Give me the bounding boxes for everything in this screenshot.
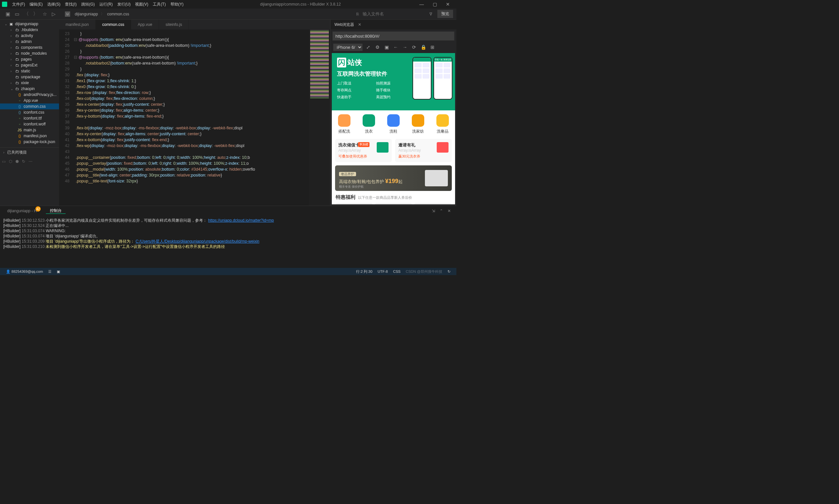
bug-icon[interactable]: ⬡ [9, 159, 12, 164]
menu-item[interactable]: 编辑(E) [27, 2, 45, 7]
breadcrumb-file[interactable]: common.css [105, 12, 132, 16]
console-export-icon[interactable]: ⇲ [429, 209, 438, 213]
status-language[interactable]: CSS [391, 270, 403, 273]
status-encoding[interactable]: UTF-8 [375, 270, 391, 273]
debug-icon[interactable]: ⬢ [15, 159, 19, 164]
closed-projects[interactable]: › 已关闭项目 [0, 147, 59, 157]
tree-item[interactable]: {}common.css [0, 104, 59, 109]
menu-item[interactable]: 文件(F) [10, 2, 27, 7]
sidebar-toggle-icon[interactable]: ▣ [3, 10, 13, 19]
menu-item[interactable]: 视图(V) [133, 2, 151, 7]
tree-item[interactable]: {}androidPrivacy.js... [0, 92, 59, 97]
status-icon-2[interactable]: ▣ [54, 270, 63, 274]
status-user[interactable]: 👤 88254369@qq.com [3, 270, 46, 274]
tree-item[interactable]: 🗀unpackage [0, 74, 59, 80]
breadcrumb-project[interactable]: dijianguniapp [72, 12, 101, 16]
tree-item[interactable]: ▫App.vue [0, 97, 59, 104]
console-output[interactable]: [HBuilder] 15:30:12.523 小程序各家浏览器内核及自定义组件… [0, 216, 456, 268]
tree-item[interactable]: ›🗀static [0, 68, 59, 74]
tree-item[interactable]: ⌄🗀zhaopin [0, 86, 59, 92]
close-button[interactable]: ✕ [441, 2, 455, 7]
preview-viewport[interactable]: 闪站侠 互联网洗衣管理软件 上门取送拍照溯源水洗打印寄存网点骑手模块会员营销快递… [332, 53, 455, 204]
pv-service[interactable]: 洗衣 [356, 114, 381, 134]
editor-tab[interactable]: manifest.json [59, 20, 96, 30]
tree-item[interactable]: ›🗀.hbuilderx [0, 27, 59, 33]
menubar: 文件(F)编辑(E)选择(S)查找(I)跳转(G)运行(R)发行(U)视图(V)… [0, 0, 456, 8]
status-icon-1[interactable]: ☰ [46, 270, 54, 274]
inspect-icon[interactable]: ▣ [383, 44, 390, 50]
tree-item[interactable]: ▫iconfont.woff [0, 121, 59, 127]
chevron-icon: › [11, 28, 14, 32]
tree-item[interactable]: {}manifest.json [0, 133, 59, 139]
status-cursor[interactable]: 行:2 列:30 [354, 269, 375, 274]
pv-promo[interactable]: 奢品养护 高端衣物/鞋靴/包包养护 ¥199起 顺丰专送 保价护航 [335, 165, 452, 191]
editor-tab[interactable]: App.vue [131, 20, 159, 30]
menu-item[interactable]: 工具(T) [151, 2, 168, 7]
tree-item[interactable]: ›🗀components [0, 44, 59, 50]
pv-sale-item[interactable]: 洗衣鞋2件 [336, 203, 373, 204]
grid-icon[interactable]: ⊞ [429, 44, 436, 50]
menu-item[interactable]: 查找(I) [63, 2, 79, 7]
code-body[interactable]: }⊟ @supports (bottom: env(safe-area-inse… [72, 30, 309, 206]
pv-card[interactable]: 邀请有礼Array.isArray赢30元洗衣券 [395, 139, 452, 162]
maximize-button[interactable]: ▢ [428, 2, 441, 7]
more-icon[interactable]: ⋯ [29, 159, 32, 164]
console-close-icon[interactable]: ✕ [445, 209, 453, 213]
file-search-input[interactable] [361, 10, 427, 18]
star-icon[interactable]: ☆ [40, 10, 49, 19]
minimap[interactable] [309, 30, 330, 206]
pv-card[interactable]: 洗衣储值卡Array.isArray可叠加使用优惠券享加赠 [335, 139, 392, 162]
lock-icon[interactable]: 🔒 [420, 44, 427, 50]
tree-item[interactable]: ›🗀admin [0, 39, 59, 44]
tree-item[interactable]: ▫iconfont.ttf [0, 115, 59, 121]
minimize-button[interactable]: — [415, 2, 428, 7]
back-icon[interactable]: ← [392, 44, 399, 50]
tree-item[interactable]: ›🗀activity [0, 33, 59, 39]
tree-item[interactable]: {}package-lock.json [0, 139, 59, 145]
reload-icon[interactable]: ⟳ [410, 44, 418, 50]
pv-service[interactable]: 搭配洗 [332, 114, 356, 134]
console-collapse-icon[interactable]: ⌃ [438, 209, 445, 213]
device-select[interactable]: iPhone 6/7/8 [333, 43, 363, 51]
url-input[interactable] [332, 32, 455, 41]
pv-sale-item[interactable] [375, 203, 412, 204]
tree-item[interactable]: JSmain.js [0, 127, 59, 133]
menu-item[interactable]: 跳转(G) [79, 2, 97, 7]
forward-icon[interactable]: → [401, 44, 409, 50]
console-tab[interactable]: 控制台 [46, 208, 66, 214]
pv-sale-item[interactable]: 洗衣鞋5件 [414, 203, 451, 204]
editor-tab[interactable]: siteinfo.js [159, 20, 189, 30]
sync-icon[interactable]: ↻ [22, 159, 25, 164]
tree-item[interactable]: ›🗀pages [0, 56, 59, 62]
menu-item[interactable]: 发行(U) [115, 2, 133, 7]
tree-item[interactable]: ›🗀node_modules [0, 50, 59, 56]
nav-forward-icon[interactable]: 〉 [31, 10, 40, 19]
gear-icon[interactable]: ⚙ [374, 44, 381, 50]
devtools-icon[interactable]: ⤢ [364, 44, 372, 50]
pv-service[interactable]: 洗鞋 [381, 114, 406, 134]
tree-root[interactable]: ⌄ ▣ dijianguniapp [0, 21, 59, 27]
folder-icon: 🗀 [14, 63, 20, 68]
editor-tab[interactable]: common.css [96, 20, 131, 30]
preview-button[interactable]: 预览 [438, 10, 453, 18]
console-project-tab[interactable]: dijianguniapp - H42 [3, 208, 46, 214]
menu-item[interactable]: 运行(R) [97, 2, 115, 7]
close-icon[interactable]: ✕ [358, 22, 361, 27]
browser-tab[interactable]: Web浏览器 ✕ [330, 20, 456, 30]
pv-service[interactable]: 洗奢品 [430, 114, 455, 134]
filter-icon[interactable]: ∇ [427, 12, 435, 16]
new-file-icon[interactable]: ▭ [13, 10, 22, 19]
tree-item[interactable]: {}iconfont.css [0, 109, 59, 115]
pv-service[interactable]: 洗家纺 [406, 114, 430, 134]
status-sync-icon[interactable]: ↻ [445, 270, 453, 274]
tree-item[interactable]: ›🗀pagesExt [0, 62, 59, 68]
terminal-icon[interactable]: ▭ [2, 159, 5, 164]
run-icon[interactable]: ▷ [49, 10, 58, 19]
menu-item[interactable]: 选择(S) [45, 2, 63, 7]
folder-icon: 🗀 [14, 87, 20, 91]
tree-item[interactable]: ›🗀xixie [0, 80, 59, 86]
folder-icon: 🗀 [14, 57, 20, 61]
nav-back-icon[interactable]: 〈 [22, 10, 31, 19]
menu-item[interactable]: 帮助(Y) [168, 2, 186, 7]
search-icon[interactable]: ⎘ [354, 12, 361, 16]
